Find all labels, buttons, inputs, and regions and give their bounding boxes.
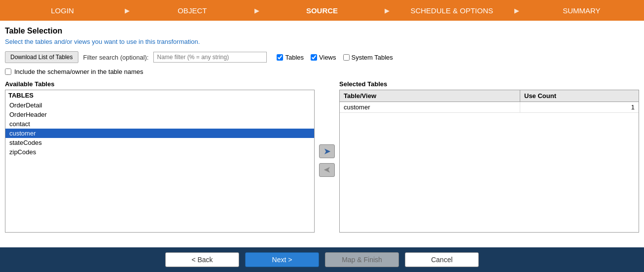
arrow-left-icon: ➤ [323,165,331,175]
col-header-use-count: Use Count [520,90,639,102]
system-tables-checkbox-item[interactable]: System Tables [343,54,393,61]
tables-checkbox[interactable] [277,54,283,61]
back-button[interactable]: < Back [165,252,239,267]
nav-schedule-options[interactable]: SCHEDULE & OPTIONS [390,0,514,21]
views-checkbox[interactable] [311,54,317,61]
nav-arrow-2: ▶ [254,7,259,14]
selected-table-body: customer1 [340,102,639,232]
panel-right: Selected Tables Table/View Use Count cus… [339,80,639,233]
list-item[interactable]: zipCodes [5,147,314,157]
nav-bar: LOGIN ▶ OBJECT ▶ SOURCE ▶ SCHEDULE & OPT… [0,0,644,21]
use-count-cell: 1 [520,102,639,112]
list-item[interactable]: OrderDetail [5,101,314,110]
nav-arrow-4: ▶ [514,7,519,14]
selected-table-header: Table/View Use Count [340,90,639,102]
nav-summary[interactable]: SUMMARY [519,0,644,21]
filter-label: Filter search (optional): [83,54,149,61]
toolbar-row: Download List of Tables Filter search (o… [5,51,639,63]
panel-left: Available Tables TABLES OrderDetail Orde… [5,80,315,233]
map-finish-button[interactable]: Map & Finish [325,252,399,267]
nav-arrow-3: ▶ [385,7,390,14]
schema-row: Include the schema/owner in the table na… [5,68,639,75]
cancel-button[interactable]: Cancel [405,252,479,267]
nav-arrow-1: ▶ [125,7,130,14]
system-tables-checkbox[interactable] [343,54,350,61]
available-tables-label: Available Tables [5,80,315,88]
move-right-button[interactable]: ➤ [319,144,335,158]
system-tables-label: System Tables [352,54,393,61]
schema-checkbox[interactable] [5,68,11,75]
table-name-cell: customer [340,102,520,112]
filter-input[interactable] [153,52,267,63]
col-header-table-view: Table/View [340,90,520,102]
page-subtitle: Select the tables and/or views you want … [5,38,639,45]
tables-label: Tables [285,54,304,61]
list-group-header: TABLES [5,90,314,101]
available-tables-list[interactable]: TABLES OrderDetail OrderHeader contact c… [5,90,315,233]
views-checkbox-item[interactable]: Views [311,54,336,61]
arrow-right-icon: ➤ [323,146,331,157]
list-item[interactable]: customer [5,129,314,138]
schema-label: Include the schema/owner in the table na… [14,68,143,75]
download-button[interactable]: Download List of Tables [5,51,78,63]
list-item[interactable]: OrderHeader [5,110,314,119]
nav-login[interactable]: LOGIN [0,0,125,21]
nav-source[interactable]: SOURCE [259,0,384,21]
move-left-button[interactable]: ➤ [319,163,335,177]
bottom-bar: < Back Next > Map & Finish Cancel [0,247,644,272]
arrow-buttons: ➤ ➤ [315,80,339,177]
list-item[interactable]: stateCodes [5,138,314,147]
selected-tables-label: Selected Tables [339,80,639,88]
panels-area: Available Tables TABLES OrderDetail Orde… [5,80,639,233]
views-label: Views [319,54,336,61]
selected-table-container: Table/View Use Count customer1 [339,90,639,233]
checkbox-group: Tables Views System Tables [277,54,393,61]
tables-checkbox-item[interactable]: Tables [277,54,304,61]
nav-object[interactable]: OBJECT [130,0,254,21]
page-title: Table Selection [5,27,639,35]
list-item[interactable]: contact [5,119,314,129]
main-content: Table Selection Select the tables and/or… [0,21,644,247]
next-button[interactable]: Next > [245,252,319,267]
table-row: customer1 [340,102,639,113]
